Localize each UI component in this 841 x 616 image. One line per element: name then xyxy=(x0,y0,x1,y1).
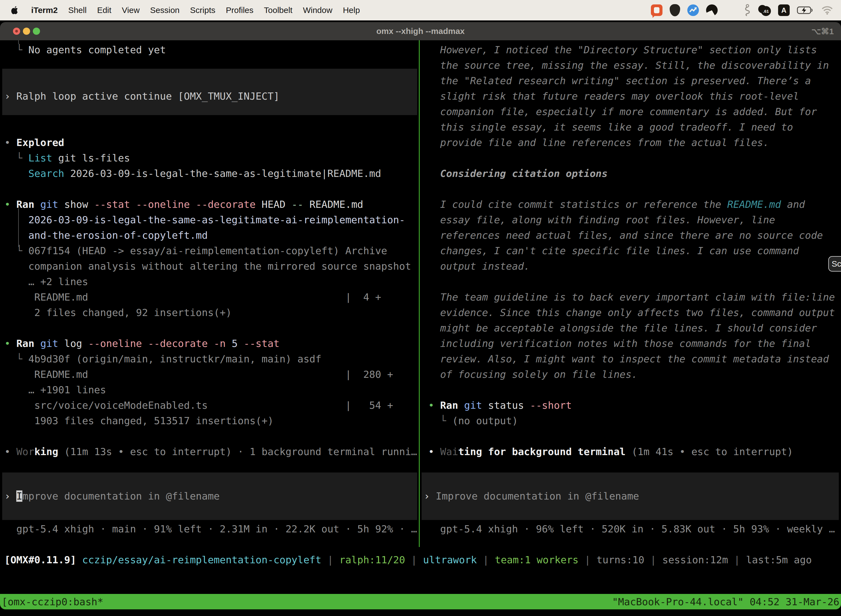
text-segment: essay file, along with finding root file… xyxy=(428,214,775,226)
text-segment: review. Also, I might want to inspect th… xyxy=(428,353,829,365)
screenshot-app-icon[interactable] xyxy=(651,4,662,16)
terminal-line: provide file and line references from th… xyxy=(428,135,769,150)
tmux-session-label: [omx-cczip0:bash* xyxy=(1,596,103,607)
terminal-line: review. Also, I might want to inspect th… xyxy=(428,351,829,367)
menubar-left: iTerm2ShellEditViewSessionScriptsProfile… xyxy=(0,6,365,15)
text-segment: I could cite commit statistics or refere… xyxy=(428,199,727,210)
menu-scripts[interactable]: Scripts xyxy=(185,6,221,15)
text-segment: this single essay, it seems like a good … xyxy=(428,122,793,133)
terminal-line: might be acceptable alongside the file l… xyxy=(428,320,817,336)
terminal-line: including verification notes with those … xyxy=(428,336,811,351)
menu-edit[interactable]: Edit xyxy=(92,6,117,15)
menu-toolbelt[interactable]: Toolbelt xyxy=(259,6,298,15)
menu-iterm2[interactable]: iTerm2 xyxy=(26,6,63,15)
right-pane: However, I noticed the "Directory Struct… xyxy=(0,22,841,609)
text-segment: changes, I can't cite specific file line… xyxy=(428,245,799,257)
right-prompt-input[interactable]: › Improve documentation in @filename xyxy=(424,488,639,504)
screen-time-pie-icon[interactable] xyxy=(706,4,718,16)
badge-61-label: .61 xyxy=(761,6,771,16)
text-segment: I xyxy=(16,490,22,502)
terminal-line: essay file, along with finding root file… xyxy=(428,212,775,228)
screen-notification-overlay[interactable]: Scre xyxy=(828,256,841,271)
text-segment: Improve documentation in @filename xyxy=(436,490,639,502)
right-prompt-box[interactable]: › Improve documentation in @filename xyxy=(422,472,839,520)
tmux-status-bar: [omx-cczip0:bash* "MacBook-Pro-44.local"… xyxy=(0,594,841,609)
terminal-line: └ (no output) xyxy=(428,413,518,428)
input-source-a-icon[interactable]: A xyxy=(778,4,790,16)
security-shield-icon[interactable] xyxy=(670,4,680,16)
iterm-window: omx --xhigh --madmax ⌥⌘1 └ No agents com… xyxy=(0,22,841,609)
terminal-line: references need actual files, and since … xyxy=(428,228,823,243)
text-segment: the "Related research writing" section i… xyxy=(428,75,811,87)
menu-shell[interactable]: Shell xyxy=(63,6,92,15)
badge-61-icon[interactable]: .61 xyxy=(758,4,771,16)
figure-icon[interactable] xyxy=(743,4,751,16)
menu-view[interactable]: View xyxy=(117,6,145,15)
text-segment: status xyxy=(488,400,530,411)
text-segment: --short xyxy=(530,400,572,411)
terminal-line: gpt-5.4 xhigh · 96% left · 520K in · 5.8… xyxy=(428,521,835,537)
terminal-line: of focusing solely on file lines. xyxy=(428,367,638,382)
terminal-line: companion file, especially if more comme… xyxy=(428,104,817,119)
text-segment: › xyxy=(4,490,16,502)
text-segment: git xyxy=(464,400,488,411)
terminal-line: this single essay, it seems like a good … xyxy=(428,119,793,135)
terminal-line: slight risk that future readers may over… xyxy=(428,89,799,104)
text-segment: companion file, especially if more comme… xyxy=(428,106,817,117)
text-segment: The team guideline is to back every impo… xyxy=(428,292,835,303)
menubar-items: iTerm2ShellEditViewSessionScriptsProfile… xyxy=(26,6,365,15)
terminal-line: changes, I can't cite specific file line… xyxy=(428,243,799,259)
menubar: iTerm2ShellEditViewSessionScriptsProfile… xyxy=(0,0,841,21)
text-segment: README.md xyxy=(727,199,781,210)
text-segment: └ xyxy=(428,415,452,427)
text-segment: Considering citation options xyxy=(428,168,608,179)
terminal-line: the "Related research writing" section i… xyxy=(428,73,811,89)
text-segment: the source tree, missing the essay. Stil… xyxy=(428,60,829,71)
terminal-line: output instead. xyxy=(428,259,530,274)
text-segment: › xyxy=(424,490,436,502)
text-segment: provide file and line references from th… xyxy=(428,137,769,148)
dots-grid-icon[interactable] xyxy=(725,5,736,16)
screenshot-app-icon-inner xyxy=(654,7,659,13)
text-segment: (1m 41s • esc to interrupt) xyxy=(626,446,793,457)
wifi-icon[interactable] xyxy=(821,6,833,15)
text-segment: references need actual files, and since … xyxy=(428,230,823,241)
terminal-line: the source tree, missing the essay. Stil… xyxy=(428,58,829,73)
text-segment: (no output) xyxy=(452,415,518,427)
screen-notification-text: Scre xyxy=(832,259,841,268)
stats-icon[interactable] xyxy=(687,4,699,16)
menu-profiles[interactable]: Profiles xyxy=(220,6,259,15)
menu-session[interactable]: Session xyxy=(145,6,185,15)
menu-help[interactable]: Help xyxy=(338,6,365,15)
tmux-host-time-label: "MacBook-Pro-44.local" 04:52 31-Mar-26 xyxy=(612,596,840,607)
text-segment: gpt-5.4 xhigh · 96% left · 520K in · 5.8… xyxy=(428,523,835,535)
menu-window[interactable]: Window xyxy=(298,6,338,15)
text-segment: including verification notes with those … xyxy=(428,338,811,349)
terminal-line: I could cite commit statistics or refere… xyxy=(428,197,805,212)
text-segment: However, I noticed the "Directory Struct… xyxy=(428,44,817,56)
text-segment: slight risk that future readers may over… xyxy=(428,91,799,102)
battery-charging-icon[interactable] xyxy=(797,6,814,15)
left-prompt-input[interactable]: › Improve documentation in @filename xyxy=(4,488,220,504)
text-segment: • xyxy=(428,400,440,411)
text-segment: evidence. Since this change only affects… xyxy=(428,307,835,318)
menubar-status-icons: .61 A xyxy=(651,4,841,16)
text-segment: mprove documentation in @filename xyxy=(22,490,220,502)
text-segment: might be acceptable alongside the file l… xyxy=(428,322,817,334)
text-segment: and xyxy=(781,199,805,210)
terminal-line: • Ran git status --short xyxy=(428,398,572,413)
text-segment: Wai xyxy=(440,446,458,457)
text-segment: of focusing solely on file lines. xyxy=(428,369,638,380)
text-segment: Ran xyxy=(440,400,464,411)
terminal-line: Considering citation options xyxy=(428,166,608,181)
terminal-line: evidence. Since this change only affects… xyxy=(428,305,835,320)
terminal-line: However, I noticed the "Directory Struct… xyxy=(428,42,817,58)
text-segment: • xyxy=(428,446,440,457)
apple-menu-icon[interactable] xyxy=(11,6,19,15)
terminal-line: • Waiting for background terminal (1m 41… xyxy=(428,444,793,459)
left-prompt-box[interactable]: › Improve documentation in @filename xyxy=(2,472,417,520)
text-segment: ting for background terminal xyxy=(458,446,626,457)
desktop: iTerm2ShellEditViewSessionScriptsProfile… xyxy=(0,0,841,616)
terminal-line: The team guideline is to back every impo… xyxy=(428,289,835,305)
text-segment: output instead. xyxy=(428,261,530,272)
